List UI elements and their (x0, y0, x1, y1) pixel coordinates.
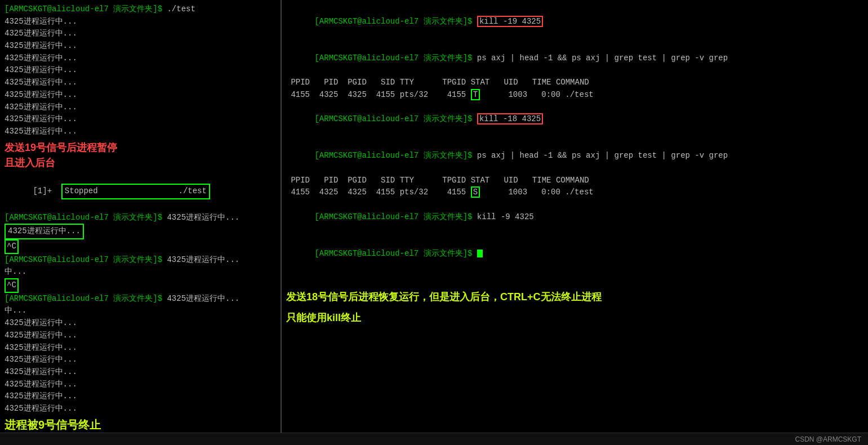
footer-bar: CSDN @ARMCSKGT (0, 433, 868, 445)
line-r4: 4325进程运行中... (5, 354, 276, 366)
process-running-box: 4325进程运行中... (5, 224, 84, 239)
final-prompt-right: [ARMCSKGT@alicloud-el7 演示文件夹]$ (286, 235, 863, 272)
line-r1: 4325进程运行中... (5, 317, 276, 330)
annotation-signal19: 发送19号信号后进程暂停 且进入后台 (5, 140, 276, 171)
table-row-1: 4155 4325 4325 4155 pts/32 4155 T 1003 0… (286, 89, 863, 101)
kill18-line: [ARMCSKGT@alicloud-el7 演示文件夹]$ kill -18 … (286, 101, 863, 138)
line-resume2: [ARMCSKGT@alicloud-el7 演示文件夹]$ 4325进程运行中… (5, 293, 276, 305)
process-box-line: 4325进程运行中... (5, 224, 276, 239)
stat-t: T (471, 89, 480, 100)
left-terminal-panel: [ARMCSKGT@alicloud-el7 演示文件夹]$ ./test 43… (0, 0, 282, 433)
line-r5: 4325进程运行中... (5, 366, 276, 379)
stopped-line: [1]+ Stopped ./test (5, 172, 276, 212)
ctrl-c-line2: ^C (5, 278, 276, 293)
kill19-cmd: kill -19 4325 (477, 16, 543, 27)
line-resume1: [ARMCSKGT@alicloud-el7 演示文件夹]$ 4325进程运行中… (5, 254, 276, 266)
line-mid1: 中... (5, 266, 276, 278)
line-8: 4325进程运行中... (5, 89, 276, 101)
line-6: 4325进程运行中... (5, 64, 276, 77)
ps-cmd-1: [ARMCSKGT@alicloud-el7 演示文件夹]$ ps axj | … (286, 40, 863, 77)
line-3: 4325进程运行中... (5, 28, 276, 40)
table-row-2: 4155 4325 4325 4155 pts/32 4155 S 1003 0… (286, 186, 863, 199)
line-r6: 4325进程运行中... (5, 379, 276, 391)
line-1: [ARMCSKGT@alicloud-el7 演示文件夹]$ ./test (5, 3, 276, 16)
table-header-1: PPID PID PGID SID TTY TPGID STAT UID TIM… (286, 77, 863, 89)
line-r7: 4325进程运行中... (5, 390, 276, 403)
line-mid2: 中... (5, 305, 276, 317)
annotation-signal9: 进程被9号信号终止 (5, 416, 276, 433)
line-9: 4325进程运行中... (5, 101, 276, 114)
line-7: 4325进程运行中... (5, 77, 276, 89)
kill19-line: [ARMCSKGT@alicloud-el7 演示文件夹]$ kill -19 … (286, 3, 863, 40)
line-r3: 4325进程运行中... (5, 342, 276, 354)
line-after-stop: [ARMCSKGT@alicloud-el7 演示文件夹]$ 4325进程运行中… (5, 212, 276, 224)
line-r8: 4325进程运行中... (5, 403, 276, 415)
ctrl-c-box-2: ^C (5, 278, 19, 293)
table-header-2: PPID PID PGID SID TTY TPGID STAT UID TIM… (286, 175, 863, 187)
ctrl-c-box-1: ^C (5, 239, 19, 254)
line-r2: 4325进程运行中... (5, 330, 276, 342)
stat-s: S (471, 186, 480, 198)
footer-text: CSDN @ARMCSKGT (795, 435, 861, 443)
ps-cmd-2: [ARMCSKGT@alicloud-el7 演示文件夹]$ ps axj | … (286, 138, 863, 175)
line-4: 4325进程运行中... (5, 40, 276, 52)
line-2: 4325进程运行中... (5, 16, 276, 28)
line-10: 4325进程运行中... (5, 113, 276, 126)
kill9-line: [ARMCSKGT@alicloud-el7 演示文件夹]$ kill -9 4… (286, 199, 863, 235)
stopped-box: Stopped ./test (61, 184, 210, 199)
annotation-signal18: 发送18号信号后进程恢复运行，但是进入后台，CTRL+C无法终止进程 只能使用k… (286, 289, 863, 326)
ctrl-c-line1: ^C (5, 239, 276, 254)
kill18-cmd: kill -18 4325 (477, 113, 543, 124)
line-5: 4325进程运行中... (5, 52, 276, 65)
line-11: 4325进程运行中... (5, 126, 276, 138)
right-terminal-panel: [ARMCSKGT@alicloud-el7 演示文件夹]$ kill -19 … (282, 0, 868, 433)
